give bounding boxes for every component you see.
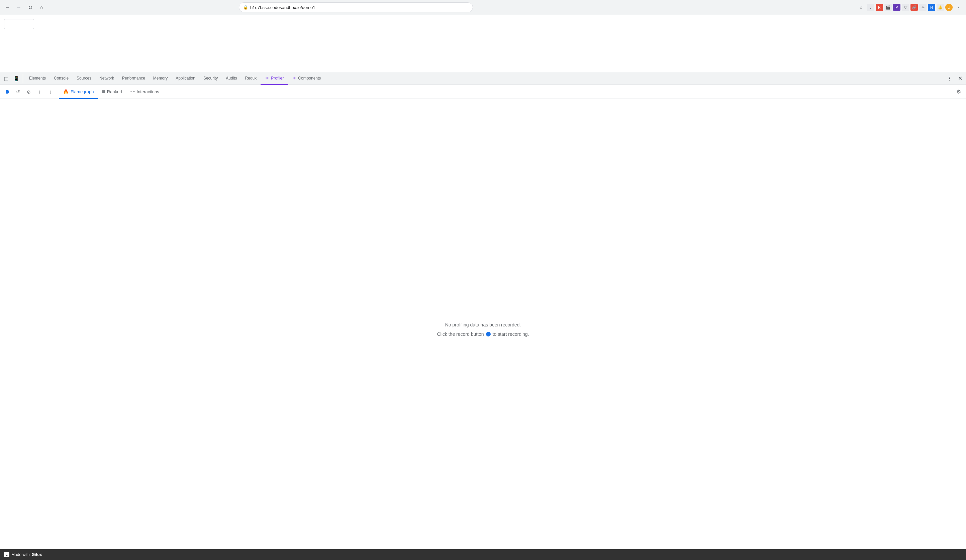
tab-network-label: Network [99,76,114,80]
profiler-tab-icon: ⚛ [264,76,269,80]
back-button[interactable]: ← [3,3,12,12]
page-content [0,15,966,72]
tab-sources-label: Sources [77,76,91,80]
gifox-logo: G [4,552,9,557]
tab-performance[interactable]: Performance [118,72,149,85]
tab-memory-label: Memory [153,76,168,80]
browser-toolbar: ← → ↻ ⌂ 🔒 h1e7f.sse.codesandbox.io/demo1… [0,0,966,15]
subtab-interactions[interactable]: 〰 Interactions [126,85,163,99]
tab-console[interactable]: Console [50,72,72,85]
components-tab-icon: ⚛ [292,76,296,80]
devtools-more-button[interactable]: ⋮ [945,74,954,83]
reload-button[interactable]: ↻ [25,3,35,12]
ext-icon-4[interactable]: P [893,4,900,11]
ext-icon-1[interactable]: J [867,4,874,11]
chrome-menu-button[interactable]: ⋮ [954,3,963,12]
profiler-settings: ⚙ [954,87,963,97]
flamegraph-icon: 🔥 [63,89,69,94]
tab-redux[interactable]: Redux [241,72,261,85]
save-profile-button[interactable]: ↓ [46,87,55,97]
tab-audits-label: Audits [226,76,237,80]
tab-console-label: Console [54,76,69,80]
tab-components[interactable]: ⚛ Components [288,72,325,85]
ext-icon-2[interactable]: R [876,4,883,11]
tab-elements-label: Elements [29,76,46,80]
tab-elements[interactable]: Elements [25,72,50,85]
subtab-flamegraph-label: Flamegraph [71,89,94,94]
record-hint: Click the record button to start recordi… [437,331,529,337]
ext-icon-8[interactable]: N [928,4,935,11]
tab-security[interactable]: Security [199,72,222,85]
lock-icon: 🔒 [243,5,248,10]
tab-network[interactable]: Network [95,72,118,85]
record-hint-before: Click the record button [437,331,484,337]
record-button[interactable]: ⏺ [3,87,12,97]
page-box [4,19,34,29]
stop-button[interactable]: ⊘ [24,87,33,97]
ext-icon-6[interactable]: 🔗 [910,4,918,11]
brand-text: Gifox [32,552,42,557]
tab-profiler-label: Profiler [271,76,284,80]
ext-icon-7[interactable]: ✳ [919,4,927,11]
forward-button[interactable]: → [14,3,23,12]
profile-icon[interactable]: U [945,4,953,11]
ext-icon-5[interactable]: 🛡 [902,4,909,11]
profiler-toolbar: ⏺ ↺ ⊘ ↑ ↓ 🔥 Flamegraph ≡ Ranked 〰 Intera… [0,85,966,99]
subtab-ranked-label: Ranked [107,89,122,94]
load-profile-button[interactable]: ↑ [35,87,44,97]
profiler-subtabs: 🔥 Flamegraph ≡ Ranked 〰 Interactions [59,85,163,98]
interactions-icon: 〰 [130,89,135,94]
tab-components-label: Components [298,76,321,80]
tab-application[interactable]: Application [172,72,199,85]
tab-application-label: Application [176,76,196,80]
made-with-text: Made with [12,552,30,557]
address-bar[interactable]: 🔒 h1e7f.sse.codesandbox.io/demo1 [239,2,473,12]
devtools-tabs-bar: ⬚ 📱 Elements Console Sources Network Per… [0,72,966,85]
ranked-icon: ≡ [102,88,105,95]
devtools-tab-right: ⋮ ✕ [945,74,965,83]
subtab-ranked[interactable]: ≡ Ranked [98,85,126,99]
no-data-message: No profiling data has been recorded. [445,322,521,327]
ext-icon-9[interactable]: 🔔 [936,4,944,11]
record-dot-indicator [486,332,491,336]
profiler-content: No profiling data has been recorded. Cli… [0,99,966,560]
tab-profiler[interactable]: ⚛ Profiler [261,72,288,85]
tab-security-label: Security [204,76,218,80]
subtab-flamegraph[interactable]: 🔥 Flamegraph [59,85,98,99]
tab-redux-label: Redux [245,76,257,80]
inspect-element-icon[interactable]: ⬚ [1,74,11,83]
devtools-panel: ⬚ 📱 Elements Console Sources Network Per… [0,72,966,560]
tab-performance-label: Performance [122,76,145,80]
toolbar-right: ☆ J R 🎬 P 🛡 🔗 ✳ N 🔔 U ⋮ [856,3,963,12]
devtools-close-button[interactable]: ✕ [955,74,965,83]
subtab-interactions-label: Interactions [137,89,159,94]
record-hint-after: to start recording. [493,331,529,337]
url-text: h1e7f.sse.codesandbox.io/demo1 [250,5,468,10]
bookmark-button[interactable]: ☆ [856,3,866,12]
tab-memory[interactable]: Memory [149,72,172,85]
bottom-bar: G Made with Gifox [0,549,966,560]
settings-button[interactable]: ⚙ [954,87,963,97]
browser-chrome: ← → ↻ ⌂ 🔒 h1e7f.sse.codesandbox.io/demo1… [0,0,966,15]
home-button[interactable]: ⌂ [37,3,46,12]
reload-profile-button[interactable]: ↺ [13,87,23,97]
device-toolbar-icon[interactable]: 📱 [12,74,21,83]
ext-icon-3[interactable]: 🎬 [884,4,892,11]
tab-sources[interactable]: Sources [72,72,95,85]
tab-audits[interactable]: Audits [222,72,241,85]
devtools-sidebar-icons: ⬚ 📱 [1,74,23,83]
